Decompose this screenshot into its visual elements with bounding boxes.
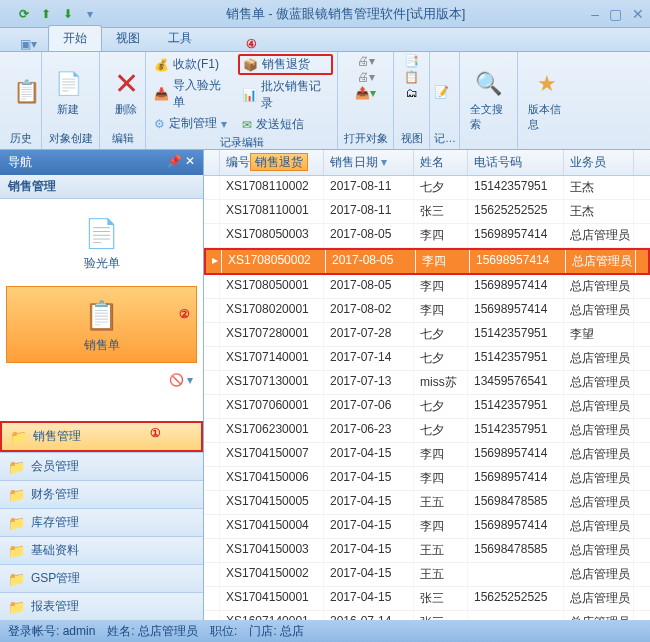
col-phone[interactable]: 电话号码: [468, 150, 564, 175]
cell-name: 七夕: [414, 395, 468, 418]
tab-tools[interactable]: 工具: [154, 26, 206, 51]
app-menu-icon[interactable]: ▣▾: [8, 37, 48, 51]
send-sms-button[interactable]: ✉发送短信: [238, 115, 333, 134]
cell-phone: 15698957414: [468, 467, 564, 490]
table-row[interactable]: XS17041500052017-04-15王五15698478585总店管理员: [204, 491, 650, 515]
view2-icon[interactable]: 📋: [404, 70, 419, 84]
col-staff[interactable]: 业务员: [564, 150, 634, 175]
marker-2: ②: [179, 307, 190, 321]
export-icon[interactable]: 📤▾: [355, 86, 376, 100]
cell-date: 2017-04-15: [324, 539, 414, 562]
table-row[interactable]: XS17041500072017-04-15李四15698957414总店管理员: [204, 443, 650, 467]
cell-name: 李四: [416, 250, 470, 273]
cell-phone: 15698478585: [468, 491, 564, 514]
table-row[interactable]: XS17080500032017-08-05李四15698957414总店管理员: [204, 224, 650, 248]
sales-return-button[interactable]: 📦销售退货: [238, 54, 333, 75]
dropdown-icon[interactable]: ▾: [80, 4, 100, 24]
chevron-down-icon[interactable]: ▾: [187, 373, 193, 387]
pin-icon[interactable]: 📌: [167, 154, 182, 168]
status-store: 门店: 总店: [249, 623, 304, 640]
cell-code: XS1708110002: [220, 176, 324, 199]
table-row[interactable]: XS17081100012017-08-11张三15625252525王杰: [204, 200, 650, 224]
log-icon[interactable]: 📝: [434, 85, 449, 99]
cell-name: 李四: [414, 515, 468, 538]
table-row[interactable]: XS17041500012017-04-15张三15625252525总店管理员: [204, 587, 650, 611]
col-code[interactable]: 编号 销售退货: [220, 150, 324, 175]
maximize-icon[interactable]: ▢: [609, 6, 622, 22]
version-button[interactable]: ★版本信息: [522, 66, 572, 134]
col-date[interactable]: 销售日期 ▾: [324, 150, 414, 175]
tile-optometry[interactable]: 📄 验光单: [6, 205, 197, 280]
cell-date: 2017-04-15: [324, 491, 414, 514]
col-name[interactable]: 姓名: [414, 150, 468, 175]
table-row[interactable]: XS17041500022017-04-15王五总店管理员: [204, 563, 650, 587]
table-row[interactable]: XS17080200012017-08-02李四15698957414总店管理员: [204, 299, 650, 323]
tile-sales[interactable]: ② 📋 销售单: [6, 286, 197, 363]
view1-icon[interactable]: 📑: [404, 54, 419, 68]
table-row[interactable]: XS17041500062017-04-15李四15698957414总店管理员: [204, 467, 650, 491]
table-row[interactable]: XS17070600012017-07-06七夕15142357951总店管理员: [204, 395, 650, 419]
search-button[interactable]: 🔍全文搜索: [464, 66, 513, 134]
delete-button[interactable]: ✕删除: [104, 66, 148, 119]
delete-small-icon[interactable]: 🚫: [169, 373, 184, 387]
new-button[interactable]: 📄新建: [46, 66, 90, 119]
table-row[interactable]: XS16071400012016-07-14张三总店管理员: [204, 611, 650, 620]
print-icon[interactable]: 🖨▾: [357, 54, 375, 68]
cell-phone: [468, 563, 564, 586]
cell-phone: 15142357951: [468, 395, 564, 418]
cell-name: 王五: [414, 539, 468, 562]
table-row[interactable]: ▸XS17080500022017-08-05李四15698957414总店管理…: [204, 248, 650, 275]
table-row[interactable]: XS17041500032017-04-15王五15698478585总店管理员: [204, 539, 650, 563]
cell-name: 李四: [414, 443, 468, 466]
nav-basic-data[interactable]: 📁基础资料: [0, 536, 203, 564]
down-icon[interactable]: ⬇: [58, 4, 78, 24]
tab-view[interactable]: 视图: [102, 26, 154, 51]
table-row[interactable]: XS17071300012017-07-13miss苏13459576541总店…: [204, 371, 650, 395]
table-row[interactable]: XS17041500042017-04-15李四15698957414总店管理员: [204, 515, 650, 539]
cell-name: 七夕: [414, 419, 468, 442]
import-optometry-button[interactable]: 📥导入验光单: [150, 76, 234, 112]
print2-icon[interactable]: 🖨▾: [357, 70, 375, 84]
up-icon[interactable]: ⬆: [36, 4, 56, 24]
custom-manage-button[interactable]: ⚙定制管理▾: [150, 114, 234, 133]
group-create: 对象创建: [46, 130, 95, 147]
nav-report-manage[interactable]: 📁报表管理: [0, 592, 203, 620]
refresh-icon[interactable]: ⟳: [14, 4, 34, 24]
nav-member-manage[interactable]: 📁会员管理: [0, 452, 203, 480]
view3-icon[interactable]: 🗂: [406, 86, 418, 100]
cell-name: 七夕: [414, 176, 468, 199]
cell-name: 李四: [414, 467, 468, 490]
table-row[interactable]: XS17080500012017-08-05李四15698957414总店管理员: [204, 275, 650, 299]
receipt-button[interactable]: 💰收款(F1): [150, 55, 234, 74]
sidebar-close-icon[interactable]: ✕: [185, 154, 195, 168]
cell-name: 张三: [414, 587, 468, 610]
cell-name: 张三: [414, 611, 468, 620]
nav-gsp-manage[interactable]: 📁GSP管理: [0, 564, 203, 592]
tab-start[interactable]: 开始: [48, 25, 102, 51]
nav-finance-manage[interactable]: 📁财务管理: [0, 480, 203, 508]
batch-record-button[interactable]: 📊批次销售记录: [238, 77, 333, 113]
status-name: 姓名: 总店管理员: [107, 623, 198, 640]
grid-body[interactable]: XS17081100022017-08-11七夕15142357951王杰XS1…: [204, 176, 650, 620]
folder-icon: 📁: [8, 487, 25, 503]
table-row[interactable]: XS17072800012017-07-28七夕15142357951李望: [204, 323, 650, 347]
table-row[interactable]: XS17062300012017-06-23七夕15142357951总店管理员: [204, 419, 650, 443]
cell-date: 2017-07-28: [324, 323, 414, 346]
sales-doc-icon: 📋: [82, 295, 122, 335]
cell-code: XS1708110001: [220, 200, 324, 223]
cell-staff: 总店管理员: [564, 299, 634, 322]
cell-code: XS1708050003: [220, 224, 324, 247]
cell-code: XS1707130001: [220, 371, 324, 394]
nav-sales-manage[interactable]: 📁 销售管理 ①: [0, 421, 203, 452]
cell-code: XS1707060001: [220, 395, 324, 418]
table-row[interactable]: XS17071400012017-07-14七夕15142357951总店管理员: [204, 347, 650, 371]
minimize-icon[interactable]: –: [591, 6, 599, 22]
cell-staff: 总店管理员: [564, 491, 634, 514]
cell-staff: 总店管理员: [564, 419, 634, 442]
quick-access: ⟳ ⬆ ⬇ ▾: [14, 4, 100, 24]
cell-code: XS1707140001: [220, 347, 324, 370]
folder-icon: 📁: [8, 543, 25, 559]
nav-stock-manage[interactable]: 📁库存管理: [0, 508, 203, 536]
table-row[interactable]: XS17081100022017-08-11七夕15142357951王杰: [204, 176, 650, 200]
close-icon[interactable]: ✕: [632, 6, 644, 22]
